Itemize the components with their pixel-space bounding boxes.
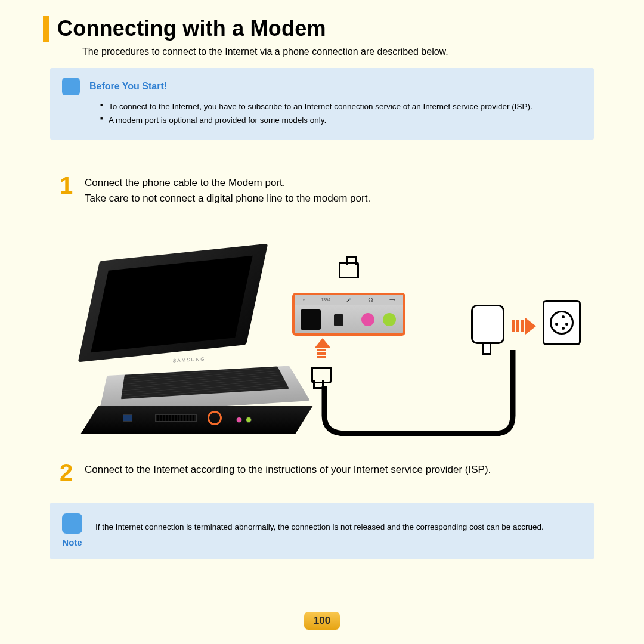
manual-page: Connecting with a Modem The procedures t… — [0, 0, 644, 644]
port-label: 1394 — [321, 298, 330, 302]
laptop-brand: SAMSUNG — [173, 356, 206, 363]
port-label: ⌂ — [302, 298, 305, 302]
port-label: ⟶ — [389, 298, 395, 302]
firewire-port-icon — [334, 314, 343, 326]
port-labels-row: ⌂ 1394 🎤 🎧 ⟶ — [295, 295, 403, 305]
before-list: To connect to the Internet, you have to … — [100, 100, 582, 128]
phone-cable-icon — [322, 386, 519, 434]
mic-jack-closeup-icon — [361, 313, 374, 326]
step-2-body: Connect to the Internet according to the… — [85, 462, 491, 482]
laptop-side-panel — [81, 406, 313, 434]
vga-port-icon — [123, 414, 132, 422]
mic-jack-icon — [236, 417, 242, 423]
insert-arrow-icon — [315, 338, 328, 358]
callout-badge-icon — [62, 78, 80, 95]
step-1-line1: Connect the phone cable to the Modem por… — [85, 175, 370, 191]
callout-title: Before You Start! — [89, 81, 167, 92]
illustration: SAMSUNG ⌂ 1394 🎤 🎧 ⟶ — [66, 225, 578, 439]
callout-header: Before You Start! — [62, 78, 582, 95]
plug-arrow-icon — [512, 318, 536, 335]
laptop-graphic: SAMSUNG — [89, 252, 256, 354]
page-number: 100 — [314, 615, 330, 627]
rj11-plug-icon — [311, 367, 332, 383]
step-number: 2 — [60, 462, 75, 482]
page-title-row: Connecting with a Modem — [43, 16, 614, 42]
note-box: Note If the Internet connection is termi… — [50, 503, 594, 559]
before-item: A modem port is optional and provided fo… — [100, 114, 582, 128]
wall-socket-icon — [543, 300, 581, 345]
port-closeup: ⌂ 1394 🎤 🎧 ⟶ — [292, 293, 405, 336]
modem-port-icon — [301, 309, 321, 330]
step-1: 1 Connect the phone cable to the Modem p… — [60, 175, 614, 207]
before-you-start-box: Before You Start! To connect to the Inte… — [50, 68, 594, 140]
laptop-screen-inner — [91, 255, 253, 352]
step-1-line2: Take care to not connect a digital phone… — [85, 191, 370, 206]
before-item: To connect to the Internet, you have to … — [100, 100, 582, 114]
step-number: 1 — [60, 175, 75, 207]
page-number-badge: 100 — [304, 612, 340, 630]
intro-text: The procedures to connect to the Interne… — [82, 47, 614, 57]
wall-plug-icon — [471, 305, 504, 344]
title-accent-bar — [43, 16, 49, 42]
headphone-jack-closeup-icon — [383, 313, 396, 326]
port-label: 🎧 — [368, 298, 373, 302]
port-label: 🎤 — [346, 298, 352, 302]
note-text: If the Internet connection is terminated… — [95, 513, 544, 534]
note-left: Note — [62, 513, 82, 547]
modem-port-highlight-icon — [208, 411, 222, 425]
rj11-icon — [339, 262, 359, 278]
page-title: Connecting with a Modem — [57, 16, 326, 41]
note-label: Note — [62, 537, 82, 547]
note-badge-icon — [62, 513, 82, 534]
vent-grill-icon — [155, 414, 197, 422]
step-2: 2 Connect to the Internet according to t… — [60, 462, 614, 482]
headphone-jack-icon — [246, 417, 252, 423]
step-1-body: Connect the phone cable to the Modem por… — [85, 175, 370, 207]
